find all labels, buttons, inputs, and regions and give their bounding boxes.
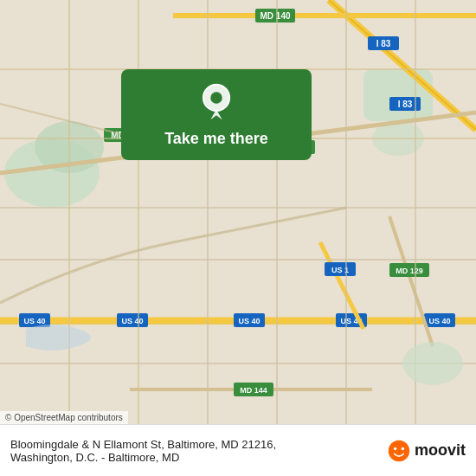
osm-credit: © OpenStreetMap contributors [5, 413, 123, 422]
take-me-there-label: Take me there [164, 130, 268, 148]
svg-point-57 [394, 447, 397, 450]
svg-text:US 40: US 40 [428, 317, 450, 325]
moovit-brand-icon [387, 439, 411, 463]
svg-point-55 [210, 92, 222, 104]
copyright-bar: © OpenStreetMap contributors [0, 411, 128, 424]
svg-text:MD 129: MD 129 [396, 267, 423, 275]
svg-point-52 [402, 342, 463, 385]
svg-text:I 83: I 83 [398, 100, 413, 109]
moovit-logo: moovit [387, 439, 466, 463]
take-me-there-button[interactable]: Take me there [121, 69, 312, 160]
svg-text:MD 140: MD 140 [260, 11, 290, 21]
footer-address-section: Bloomingdale & N Ellamont St, Baltimore,… [10, 438, 387, 464]
svg-text:US 40: US 40 [121, 317, 143, 325]
svg-text:US 40: US 40 [23, 317, 45, 325]
svg-rect-3 [363, 69, 433, 121]
location-pin-icon [197, 83, 235, 121]
svg-text:MD 144: MD 144 [240, 386, 267, 395]
map-container: I 83 I 83 MD 140 MD 26 MD 26 US 40 US 40… [0, 0, 476, 424]
address-line2: Washington, D.C. - Baltimore, MD [10, 451, 179, 464]
svg-text:US 40: US 40 [238, 317, 260, 325]
svg-point-58 [402, 447, 405, 450]
address-text: Bloomingdale & N Ellamont St, Baltimore,… [10, 438, 387, 464]
svg-text:I 83: I 83 [376, 39, 391, 48]
svg-point-56 [389, 440, 410, 461]
footer: Bloomingdale & N Ellamont St, Baltimore,… [0, 424, 476, 476]
address-line1: Bloomingdale & N Ellamont St, Baltimore,… [10, 438, 276, 451]
moovit-brand-name: moovit [415, 441, 466, 460]
